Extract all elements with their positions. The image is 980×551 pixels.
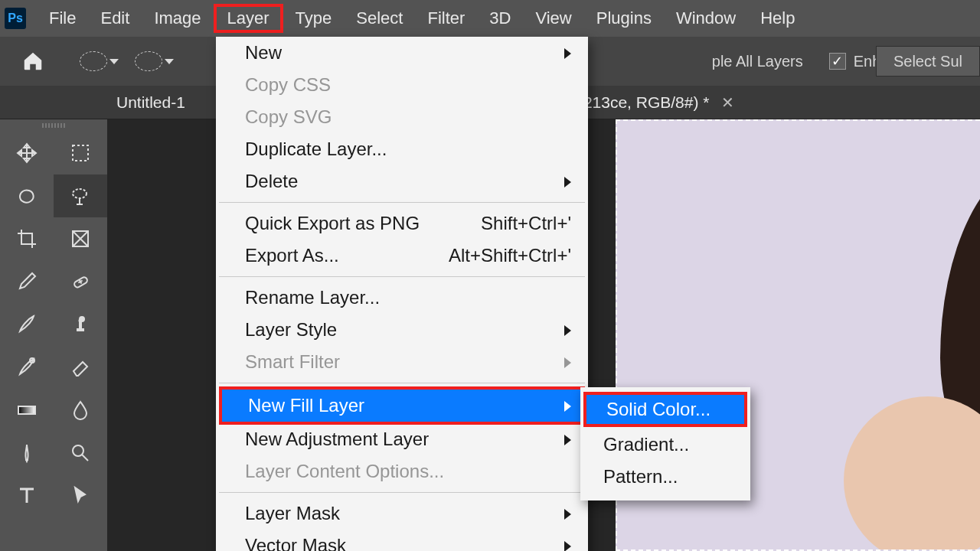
submenu-arrow-icon [564,503,571,524]
eyedrop-icon [15,270,38,293]
tab-title-left[interactable]: Untitled-1 [116,93,185,112]
tool-frame[interactable] [54,217,107,260]
menu-item-smart-filter: Smart Filter [216,346,588,378]
brush-icon [15,313,38,336]
frame-icon [69,227,92,250]
tool-blur[interactable] [54,389,107,432]
enhance-edge-checkbox[interactable]: ✓ [829,53,846,70]
tool-gradient[interactable] [0,389,54,432]
menu-item-new-fill-layer[interactable]: New Fill Layer [219,386,585,425]
menu-separator [219,202,585,203]
menu-edit[interactable]: Edit [88,4,142,33]
menu-separator [219,492,585,493]
menu-image[interactable]: Image [142,4,213,33]
menubar: Ps File Edit Image Layer Type Select Fil… [0,0,980,37]
menu-item-label: Copy SVG [245,106,332,128]
menu-item-layer-style[interactable]: Layer Style [216,314,588,346]
submenu-arrow-icon [564,351,571,373]
tool-eraser[interactable] [54,346,107,389]
home-icon [21,50,44,73]
submenu-arrow-icon [564,42,571,64]
menu-item-label: Layer Style [245,319,337,341]
gradient-icon [15,399,38,422]
svg-rect-0 [73,145,88,161]
crop-icon [15,227,38,250]
brush-preset-1[interactable] [80,51,107,71]
menu-item-copy-css: Copy CSS [216,69,588,101]
dodge-icon [69,442,92,465]
menu-select[interactable]: Select [344,4,415,33]
history-icon [15,356,38,379]
submenu-arrow-icon [564,395,571,416]
menu-filter[interactable]: Filter [415,4,477,33]
submenu-arrow-icon [564,319,571,341]
menu-window[interactable]: Window [664,4,748,33]
menu-item-label: Layer Content Options... [245,461,444,482]
move-icon [15,142,38,165]
menu-help[interactable]: Help [748,4,807,33]
tool-eyedrop[interactable] [0,260,54,303]
menu-item-new-adjustment-layer[interactable]: New Adjustment Layer [216,423,588,455]
menu-item-export-as[interactable]: Export As...Alt+Shift+Ctrl+' [216,240,588,272]
menu-item-label: Duplicate Layer... [245,139,387,160]
menu-item-delete[interactable]: Delete [216,165,588,197]
menu-item-vector-mask[interactable]: Vector Mask [216,530,588,551]
blur-icon [69,399,92,422]
select-subject-button[interactable]: Select Sul [876,46,980,77]
home-button[interactable] [17,45,49,77]
submenu-item-pattern[interactable]: Pattern... [580,461,750,493]
tab-title-right[interactable]: 213ce, RGB/8#) * [583,93,710,112]
menu-item-label: Quick Export as PNG [245,213,420,234]
stamp-icon [69,313,92,336]
tool-lasso[interactable] [0,174,54,217]
menu-item-label: Smart Filter [245,351,340,373]
menu-item-label: New Fill Layer [248,395,364,416]
tool-history[interactable] [0,346,54,389]
new-fill-layer-submenu: Solid Color...Gradient...Pattern... [580,387,750,500]
menu-item-label: New Adjustment Layer [245,429,429,450]
menu-item-copy-svg: Copy SVG [216,101,588,133]
menu-item-quick-export-as-png[interactable]: Quick Export as PNGShift+Ctrl+' [216,207,588,240]
path-sel-icon [69,484,92,507]
toolbox-grip[interactable] [0,119,107,132]
sample-all-layers-label: ple All Layers [712,53,803,70]
menu-plugins[interactable]: Plugins [584,4,664,33]
eraser-icon [69,356,92,379]
menu-item-label: Export As... [245,245,339,266]
healing-icon [69,270,92,293]
menu-item-duplicate-layer[interactable]: Duplicate Layer... [216,133,588,165]
layer-menu-dropdown: NewCopy CSSCopy SVGDuplicate Layer...Del… [216,37,588,551]
menu-type[interactable]: Type [283,4,345,33]
menu-item-layer-mask[interactable]: Layer Mask [216,497,588,530]
menu-item-rename-layer[interactable]: Rename Layer... [216,282,588,314]
tool-stamp[interactable] [54,303,107,346]
menu-item-new[interactable]: New [216,37,588,69]
pen-icon [15,442,38,465]
tool-pen[interactable] [0,432,54,474]
tool-crop[interactable] [0,217,54,260]
quick-select-icon [69,184,92,207]
menu-view[interactable]: View [523,4,583,33]
tool-brush[interactable] [0,303,54,346]
menu-file[interactable]: File [37,4,88,33]
menu-item-label: Copy CSS [245,74,331,96]
tool-quick-select[interactable] [54,174,107,217]
tool-healing[interactable] [54,260,107,303]
brush-preset-2[interactable] [135,51,162,71]
submenu-item-solid-color[interactable]: Solid Color... [583,392,747,427]
tool-marquee[interactable] [54,132,107,174]
menu-item-label: New [245,42,282,64]
menu-3d[interactable]: 3D [477,4,523,33]
tool-dodge[interactable] [54,432,107,474]
tool-type[interactable] [0,474,54,517]
tab-close-icon[interactable]: ✕ [721,93,734,112]
menu-item-label: Vector Mask [245,535,346,551]
tool-path-sel[interactable] [54,474,107,517]
image-face [844,396,980,551]
menu-shortcut: Shift+Ctrl+' [481,213,571,234]
tool-move[interactable] [0,132,54,174]
menu-layer[interactable]: Layer [214,4,283,33]
lasso-icon [15,184,38,207]
submenu-item-gradient[interactable]: Gradient... [580,429,750,461]
submenu-arrow-icon [564,171,571,192]
